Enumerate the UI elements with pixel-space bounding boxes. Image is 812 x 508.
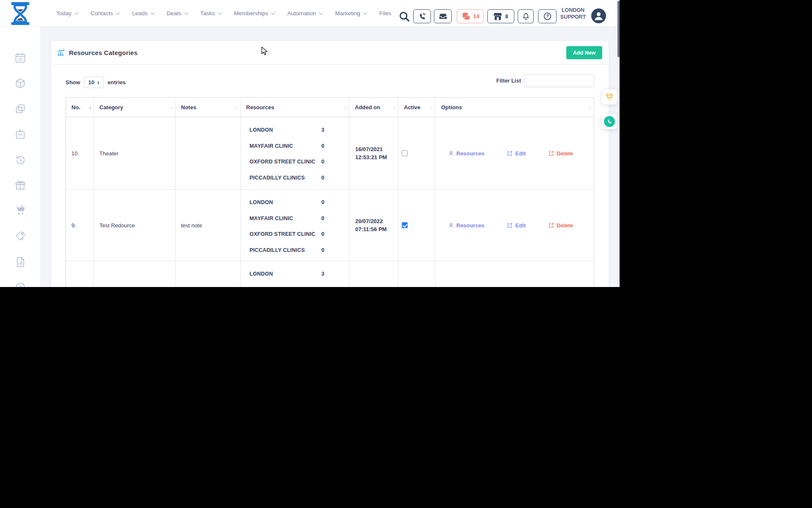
resource-line: PICCADILLY CLINICS0 — [250, 174, 324, 182]
active-checkbox[interactable] — [402, 222, 408, 228]
resource-count: 3 — [321, 126, 324, 134]
column-label: No. — [71, 104, 80, 110]
table-row: 10. Theater LONDON3 MAYFAIR CLINIC0 OXFO… — [66, 117, 594, 190]
delete-link[interactable]: Delete — [549, 150, 573, 157]
circle-partial-icon[interactable] — [14, 282, 26, 287]
resource-line: LONDON3 — [250, 126, 324, 134]
cell-notes: test note — [176, 190, 241, 261]
bar-chart-trend-icon — [57, 48, 66, 58]
column-header-options[interactable]: Options↑↓ — [436, 98, 594, 117]
cell-notes — [176, 261, 241, 287]
resource-name: OXFORD STREET CLINIC — [250, 230, 315, 238]
avatar[interactable] — [591, 8, 606, 23]
add-new-button[interactable]: Add New — [566, 46, 602, 59]
store-count-badge: 8 — [505, 13, 508, 19]
bag-icon[interactable] — [14, 128, 26, 140]
resource-name: PICCADILLY CLINICS — [250, 246, 305, 254]
cell-resources: LONDON3 — [241, 261, 349, 287]
delete-link-label: Delete — [557, 222, 573, 229]
copy-icon[interactable] — [14, 103, 26, 115]
user-name-line1: LONDON — [559, 7, 587, 14]
resources-link[interactable]: Resources — [448, 150, 484, 157]
cell-added-on: 16/07/2021 12:53:21 PM — [349, 117, 398, 189]
resource-line: LONDON3 — [250, 270, 324, 278]
question-mark-icon: ? — [543, 12, 552, 21]
edit-link-label: Edit — [515, 150, 526, 157]
cell-resources: LONDON3 MAYFAIR CLINIC0 OXFORD STREET CL… — [241, 117, 349, 189]
resource-name: LONDON — [250, 270, 273, 278]
delete-link[interactable]: Delete — [549, 222, 573, 229]
column-label: Notes — [181, 104, 196, 110]
filter-control: Filter List — [496, 74, 594, 87]
cell-options: Resources Edit Delete — [436, 117, 594, 189]
topbar: Today Contacts Leads Deals Tasks Members… — [0, 0, 620, 27]
column-header-active[interactable]: Active↑↓ — [398, 98, 436, 117]
search-icon[interactable] — [398, 10, 411, 23]
cell-category: Theater — [94, 117, 176, 189]
topbar-actions: 14 8 ? — [0, 0, 620, 27]
notifications-button[interactable] — [518, 9, 534, 23]
sidebar: 12 — [0, 27, 40, 287]
resources-link[interactable]: Resources — [448, 222, 484, 229]
table-row: 9. Test Redource test note LONDON0 MAYFA… — [66, 190, 594, 261]
show-label: Show — [66, 79, 80, 86]
svg-text:12: 12 — [18, 57, 22, 61]
cell-options — [436, 261, 594, 287]
resource-name: PICCADILLY CLINICS — [250, 174, 305, 182]
cart-icon[interactable] — [14, 204, 26, 216]
edit-link[interactable]: Edit — [507, 150, 526, 157]
added-time: 12:53:21 PM — [355, 153, 398, 161]
column-header-resources[interactable]: Resources↑↓ — [241, 98, 349, 117]
resources-link-label: Resources — [456, 150, 484, 157]
gift-icon[interactable] — [14, 179, 26, 191]
report-icon[interactable] — [14, 256, 26, 268]
column-header-notes[interactable]: Notes↑↓ — [176, 98, 241, 117]
tag-icon[interactable] — [14, 230, 26, 242]
column-header-no[interactable]: No.↑↓ — [66, 98, 94, 117]
resource-count: 0 — [321, 157, 324, 166]
column-header-added-on[interactable]: Added on↑↓ — [349, 98, 398, 117]
resource-line: MAYFAIR CLINIC0 — [250, 214, 324, 223]
table-header-row: No.↑↓ Category↑↓ Notes↑↓ Resources↑↓ Add… — [66, 98, 594, 117]
added-time: 07:11:56 PM — [355, 225, 398, 233]
column-header-category[interactable]: Category↑↓ — [94, 98, 176, 117]
help-button[interactable]: ? — [538, 9, 557, 23]
store-button[interactable]: 8 — [487, 9, 514, 23]
phone-circle — [604, 116, 615, 127]
package-icon[interactable] — [14, 77, 26, 89]
resources-categories-card: Resources Categories Add New Show 10 ▲▼ … — [51, 41, 609, 287]
filter-label: Filter List — [496, 77, 521, 84]
floating-cart-button[interactable] — [602, 89, 617, 105]
page-size-select[interactable]: 10 ▲▼ — [84, 77, 104, 88]
floating-phone-button[interactable] — [602, 114, 617, 129]
filter-input[interactable] — [524, 74, 594, 87]
sort-icon: ↑↓ — [235, 105, 237, 110]
cart-icon — [605, 92, 614, 102]
history-icon[interactable] — [14, 154, 26, 166]
scrollbar-thumb[interactable] — [617, 1, 620, 57]
edit-link[interactable]: Edit — [507, 222, 526, 229]
cell-added-on — [349, 261, 398, 287]
scrollbar-track[interactable] — [617, 0, 620, 287]
calendar-12-icon[interactable]: 12 — [14, 52, 26, 64]
cell-resources: LONDON0 MAYFAIR CLINIC0 OXFORD STREET CL… — [241, 190, 349, 261]
table-row-partial: LONDON3 — [66, 261, 594, 287]
resource-count: 0 — [321, 198, 324, 207]
chat-bubbles-icon — [461, 12, 471, 21]
delete-icon — [549, 223, 554, 228]
phone-button[interactable] — [413, 9, 431, 23]
cell-options: Resources Edit Delete — [436, 190, 594, 261]
added-date: 16/07/2021 — [355, 145, 398, 153]
user-name[interactable]: LONDON SUPPORT — [559, 7, 587, 20]
chat-button[interactable]: 14 — [457, 9, 484, 23]
sort-icon: ↑↓ — [170, 105, 172, 110]
sort-icon: ↑↓ — [88, 105, 91, 110]
sort-icon: ↑↓ — [343, 105, 346, 110]
active-checkbox[interactable] — [402, 150, 408, 156]
cell-active — [398, 117, 436, 189]
resource-name: LONDON — [250, 126, 273, 134]
resource-line: PICCADILLY CLINICS0 — [250, 246, 324, 254]
inbox-button[interactable] — [434, 9, 452, 23]
added-date: 20/07/2022 — [355, 217, 398, 225]
sort-icon: ↑↓ — [588, 105, 591, 110]
